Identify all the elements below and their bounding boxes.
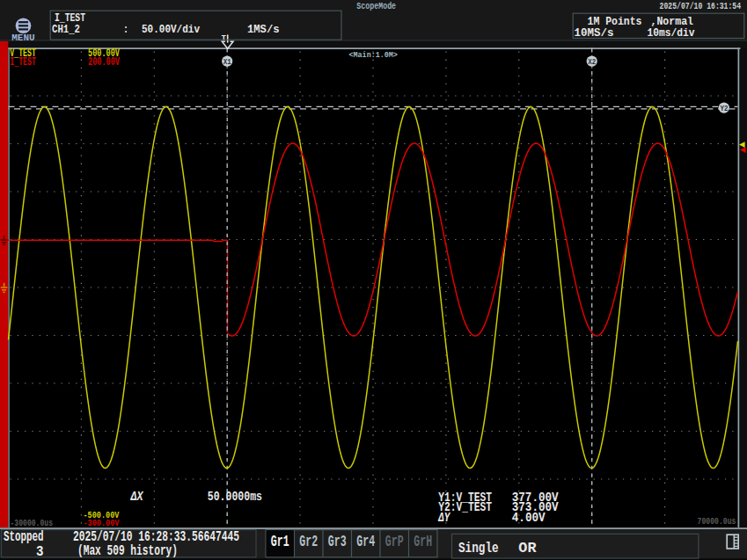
svg-text:T: T <box>222 33 227 43</box>
svg-text:10MS/s: 10MS/s <box>575 26 614 40</box>
svg-text:<Main:1.0M>: <Main:1.0M> <box>349 50 398 60</box>
svg-text:2025/07/10 16:31:54: 2025/07/10 16:31:54 <box>660 2 742 11</box>
svg-text:-30000.0us: -30000.0us <box>11 518 54 528</box>
svg-text:-300.00V: -300.00V <box>84 518 120 528</box>
svg-text:CH1_2: CH1_2 <box>52 23 80 36</box>
svg-text:MENU: MENU <box>11 33 34 43</box>
svg-text:ΔX: ΔX <box>130 490 144 504</box>
svg-text:Single: Single <box>458 541 499 556</box>
svg-text:Y2: Y2 <box>720 104 728 113</box>
svg-text:50.0000ms: 50.0000ms <box>208 490 262 504</box>
svg-text:Gr3: Gr3 <box>328 533 347 550</box>
svg-text:X2: X2 <box>588 57 596 67</box>
svg-text:200.00V: 200.00V <box>88 56 121 69</box>
svg-text:70000.0us: 70000.0us <box>698 516 736 527</box>
svg-text:OR: OR <box>518 541 537 556</box>
svg-text:4.00V: 4.00V <box>512 511 546 525</box>
svg-text:GrH: GrH <box>414 533 432 550</box>
svg-text:3: 3 <box>36 543 44 560</box>
svg-text:I_TEST: I_TEST <box>10 56 36 69</box>
svg-text:ScopeMode: ScopeMode <box>356 1 396 11</box>
svg-text:10ms/div: 10ms/div <box>648 26 695 40</box>
svg-text:Gr4: Gr4 <box>356 533 375 550</box>
svg-text:(Max 509 history): (Max 509 history) <box>77 542 178 559</box>
svg-text:GrP: GrP <box>385 533 404 550</box>
svg-text:X1: X1 <box>223 57 231 67</box>
svg-text:1MS/s: 1MS/s <box>247 23 280 36</box>
svg-text:ΔY: ΔY <box>438 511 451 525</box>
svg-text:50.00V/div: 50.00V/div <box>142 23 200 36</box>
svg-text:Gr1: Gr1 <box>271 533 289 550</box>
svg-text:Gr2: Gr2 <box>299 533 318 550</box>
svg-text::: : <box>123 23 128 36</box>
